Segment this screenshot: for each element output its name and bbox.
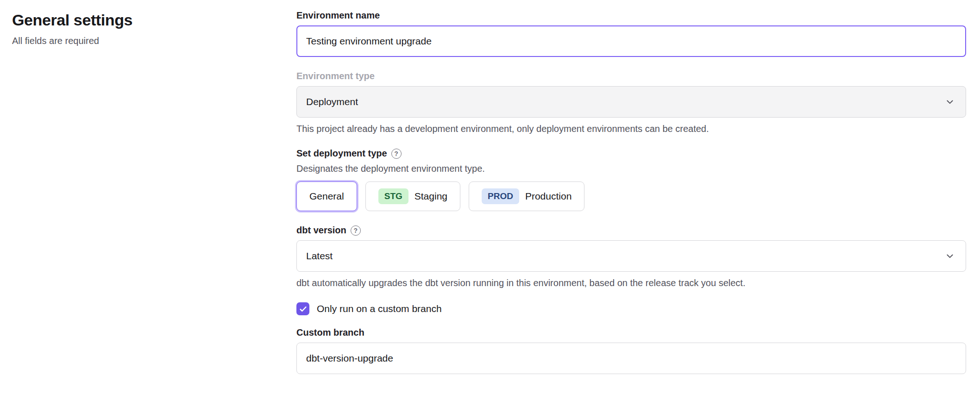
deployment-type-label: Set deployment type ? (296, 148, 966, 159)
page-subtitle: All fields are required (12, 36, 296, 46)
custom-branch-input[interactable] (296, 343, 966, 374)
deployment-type-label-text: Set deployment type (296, 148, 387, 159)
deployment-type-options: General STG Staging PROD Production (296, 181, 966, 211)
environment-type-helper: This project already has a development e… (296, 124, 966, 134)
deployment-option-production[interactable]: PROD Production (469, 181, 584, 211)
dbt-version-group: dbt version ? Latest dbt automatically u… (296, 225, 966, 288)
custom-branch-toggle-label: Only run on a custom branch (317, 303, 442, 314)
deployment-type-group: Set deployment type ? Designates the dep… (296, 148, 966, 211)
deployment-option-general[interactable]: General (296, 181, 357, 211)
dbt-version-label-text: dbt version (296, 225, 346, 236)
custom-branch-checkbox[interactable] (296, 302, 309, 315)
environment-type-select[interactable]: Deployment (296, 86, 966, 118)
environment-type-value: Deployment (306, 96, 358, 107)
custom-branch-group: Custom branch (296, 327, 966, 374)
staging-badge: STG (378, 188, 408, 205)
help-icon[interactable]: ? (351, 225, 361, 236)
page-title: General settings (12, 11, 296, 29)
environment-name-group: Environment name (296, 10, 966, 57)
production-badge: PROD (482, 188, 519, 205)
custom-branch-label: Custom branch (296, 327, 966, 338)
dbt-version-value: Latest (306, 250, 333, 262)
deployment-option-label: Staging (415, 191, 447, 202)
deployment-option-label: Production (525, 191, 572, 202)
environment-type-label: Environment type (296, 71, 966, 81)
dbt-version-select[interactable]: Latest (296, 240, 966, 272)
environment-settings-page: General settings All fields are required… (0, 0, 980, 388)
deployment-option-staging[interactable]: STG Staging (365, 181, 460, 211)
environment-name-input[interactable] (296, 25, 966, 57)
custom-branch-toggle-row: Only run on a custom branch (296, 302, 966, 315)
settings-header: General settings All fields are required (12, 10, 296, 388)
settings-form: Environment name Environment type Deploy… (296, 10, 966, 388)
deployment-type-helper: Designates the deployment environment ty… (296, 163, 966, 174)
environment-type-group: Environment type Deployment This project… (296, 71, 966, 134)
dbt-version-helper: dbt automatically upgrades the dbt versi… (296, 278, 966, 288)
chevron-down-icon (945, 251, 955, 261)
check-icon (299, 305, 307, 313)
help-icon[interactable]: ? (391, 149, 402, 159)
chevron-down-icon (945, 97, 955, 106)
deployment-option-label: General (309, 191, 344, 202)
dbt-version-label: dbt version ? (296, 225, 966, 236)
environment-name-label: Environment name (296, 10, 966, 21)
